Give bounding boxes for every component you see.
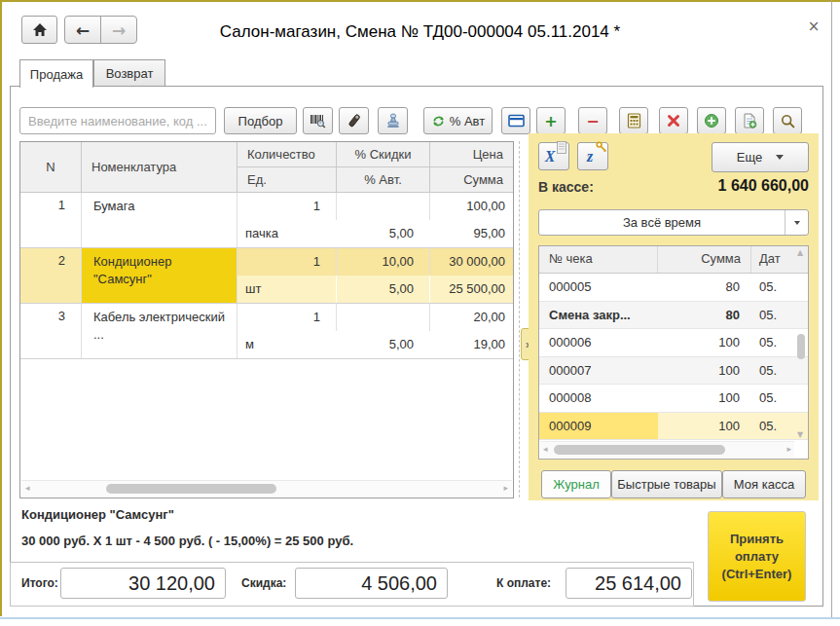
- col-check-number: № чека: [539, 246, 658, 273]
- receipts-journal-table: № чека Сумма Дат 000005 80 05. Смена зак…: [538, 245, 809, 460]
- check-sum: 100: [658, 335, 751, 350]
- forward-button[interactable]: →: [100, 16, 137, 44]
- minus-icon: −: [586, 112, 599, 130]
- more-button[interactable]: Еще: [712, 142, 809, 172]
- row-qty: 1: [237, 248, 336, 276]
- due-value-field[interactable]: 25 614,00: [566, 568, 692, 599]
- scroll-left-icon[interactable]: ◂: [543, 444, 548, 454]
- check-sum: 100: [658, 413, 751, 440]
- discount-label: Скидка:: [241, 576, 286, 590]
- journal-row-shift-closed[interactable]: Смена закр... 80 05.: [539, 302, 808, 330]
- journal-hscrollbar[interactable]: ◂ ▸: [540, 441, 794, 458]
- data-terminal-button[interactable]: [339, 107, 369, 134]
- scroll-left-icon[interactable]: ◂: [25, 483, 30, 493]
- total-value-field[interactable]: 30 120,00: [60, 568, 226, 599]
- journal-row[interactable]: 000008 100 05.: [539, 385, 808, 413]
- excel-icon: X: [549, 148, 560, 166]
- sale-items-table: N Номенклатура Количество % Скидки Цена …: [19, 141, 514, 498]
- tab-quick-goods-label: Быстрые товары: [617, 477, 715, 492]
- calculator-button[interactable]: [619, 107, 648, 134]
- tab-sale[interactable]: Продажа: [19, 59, 93, 88]
- z-key-icon: z: [590, 148, 596, 166]
- row-discount: 10,00: [337, 248, 429, 276]
- delete-button[interactable]: [659, 107, 688, 134]
- page-title: Салон-магазин, Смена № ТД00-000004 05.11…: [136, 22, 704, 42]
- scroll-up-icon[interactable]: ▲: [797, 248, 803, 257]
- home-button[interactable]: [21, 16, 57, 44]
- selected-item-status: Кондиционер "Самсунг": [21, 507, 174, 522]
- row-auto: 5,00: [337, 276, 429, 303]
- search-input[interactable]: [19, 107, 216, 134]
- table-row-selected[interactable]: 2 Кондиционер "Самсунг" 1 шт 10,00 5,00 …: [20, 248, 513, 304]
- total-label: Итого:: [21, 576, 58, 590]
- panel-splitter[interactable]: [519, 141, 520, 497]
- tab-journal-label: Журнал: [553, 477, 599, 492]
- pay-line3: (Ctrl+Enter): [722, 566, 792, 583]
- tab-return-label: Возврат: [106, 66, 154, 81]
- journal-row-selected[interactable]: 000009 100 05.: [539, 413, 808, 441]
- excel-export-button[interactable]: X: [538, 142, 569, 170]
- row-auto: 5,00: [337, 331, 429, 358]
- tab-return[interactable]: Возврат: [93, 59, 165, 87]
- table-row[interactable]: 3 Кабель электрический ... 1 м 5,00 20,0…: [20, 304, 513, 359]
- discount-value-field[interactable]: 4 506,00: [295, 568, 448, 599]
- col-nomenclature: Номенклатура: [82, 142, 237, 193]
- scroll-down-icon[interactable]: ▼: [797, 430, 803, 439]
- col-price: Цена: [430, 142, 513, 167]
- barcode-scan-button[interactable]: [303, 107, 333, 134]
- journal-row[interactable]: 000005 80 05.: [539, 274, 808, 302]
- journal-row[interactable]: 000007 100 05.: [539, 357, 808, 386]
- accept-payment-button[interactable]: Принять оплату (Ctrl+Enter): [708, 511, 806, 602]
- calculator-icon: [627, 113, 641, 129]
- back-icon: ←: [76, 20, 90, 40]
- sale-items-header: N Номенклатура Количество % Скидки Цена …: [20, 142, 513, 193]
- pick-button[interactable]: Подбор: [224, 107, 297, 134]
- window-border-right: [831, 0, 832, 619]
- check-sum: 100: [658, 363, 751, 378]
- back-button[interactable]: ←: [64, 16, 101, 44]
- tab-my-cash-label: Моя касса: [734, 477, 794, 492]
- pos-window: ← → Салон-магазин, Смена № ТД00-000004 0…: [0, 0, 840, 626]
- check-number: Смена закр...: [539, 308, 658, 322]
- hscroll-thumb[interactable]: [106, 484, 276, 494]
- add-row-button[interactable]: +: [536, 107, 566, 134]
- z-report-button[interactable]: z: [577, 142, 608, 170]
- price-calculation-status: 30 000 руб. Х 1 шт - 4 500 руб. ( - 15,0…: [21, 534, 353, 548]
- row-name: Бумага: [82, 193, 237, 247]
- tab-journal[interactable]: Журнал: [541, 470, 611, 498]
- copy-document-button[interactable]: [735, 107, 764, 134]
- in-cash-label: В кассе:: [538, 179, 594, 195]
- row-name: Кондиционер "Самсунг": [82, 248, 237, 303]
- close-button[interactable]: ×: [804, 18, 823, 37]
- refresh-icon: [431, 114, 446, 129]
- auto-discount-button[interactable]: % Авт: [423, 107, 493, 134]
- pay-line2: оплату: [735, 548, 779, 566]
- chevron-down-icon: [776, 155, 784, 160]
- tab-my-cash[interactable]: Моя касса: [722, 470, 806, 498]
- remove-row-button[interactable]: −: [578, 107, 607, 134]
- row-price: 100,00: [430, 193, 513, 220]
- pick-button-label: Подбор: [238, 114, 283, 129]
- row-auto: 5,00: [337, 220, 429, 247]
- main-table-hscrollbar[interactable]: ◂ ▸: [21, 480, 512, 497]
- journal-vscrollbar[interactable]: ▲ ▼: [795, 248, 807, 439]
- payment-card-button[interactable]: [501, 107, 530, 134]
- stamp-button[interactable]: [378, 107, 408, 134]
- col-sum: Сумма: [430, 167, 513, 193]
- tab-quick-goods[interactable]: Быстрые товары: [611, 470, 722, 498]
- period-dropdown-button[interactable]: [785, 210, 808, 235]
- scroll-right-icon[interactable]: ▸: [786, 444, 791, 454]
- journal-row[interactable]: 000006 100 05.: [539, 329, 808, 357]
- period-selector[interactable]: За всё время: [538, 209, 809, 236]
- row-unit: м: [237, 331, 336, 358]
- vscroll-thumb[interactable]: [797, 334, 805, 359]
- table-row[interactable]: 1 Бумага 1 пачка 5,00 100,00 95,00: [20, 193, 513, 248]
- search-button[interactable]: [773, 107, 802, 134]
- scroll-right-icon[interactable]: ▸: [503, 483, 508, 493]
- forward-icon: →: [112, 20, 126, 40]
- hscroll-thumb[interactable]: [554, 445, 725, 455]
- check-number: 000005: [539, 279, 658, 294]
- barcode-icon: [310, 113, 326, 129]
- add-item-button[interactable]: [697, 107, 726, 134]
- row-qty: 1: [237, 304, 336, 331]
